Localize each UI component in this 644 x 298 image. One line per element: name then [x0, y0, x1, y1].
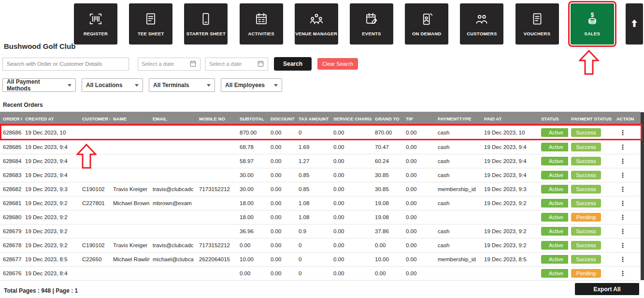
table-row: 628686 19 Dec 2023, 10 870.00 0.00 0 0.0… — [0, 126, 641, 140]
payment-methods-select[interactable]: All Payment Methods — [2, 78, 76, 92]
cell-status: Active — [538, 238, 568, 252]
scroll-top-button[interactable] — [626, 3, 643, 45]
customers-icon — [474, 12, 489, 28]
cell-email — [150, 154, 196, 168]
date-from-input[interactable]: Select a date — [138, 58, 200, 71]
cell-payment-status: Success — [568, 224, 614, 238]
calendar-icon — [257, 60, 264, 68]
nav-register-button[interactable]: REGISTER — [74, 3, 117, 45]
cell-grand-total: 30.85 — [372, 168, 403, 182]
order-search-input[interactable] — [2, 58, 129, 71]
date-to-input[interactable]: Select a date — [205, 58, 268, 71]
cell-subtotal: 30.00 — [237, 168, 268, 182]
cell-tax-amount: 1.27 — [296, 154, 330, 168]
cell-order-id: 628679 — [0, 224, 22, 238]
row-actions-button[interactable]: ⋮ — [616, 241, 629, 249]
cell-tip: 0.00 — [403, 126, 435, 140]
nav-tee-sheet-button[interactable]: TEE SHEET — [129, 3, 172, 45]
terminals-select[interactable]: All Terminals — [149, 78, 215, 92]
cell-service-charge: 0.00 — [330, 238, 372, 252]
cell-tax-amount: 0 — [296, 266, 330, 280]
cell-payment-status: Success — [568, 238, 614, 252]
cell-subtotal: 18.00 — [237, 210, 268, 224]
cell-name: Travis Kreiger — [110, 182, 150, 196]
payment-methods-value: All Payment Methods — [7, 78, 64, 92]
row-actions-button[interactable]: ⋮ — [616, 213, 629, 221]
cell-service-charge: 0.00 — [330, 196, 372, 210]
nav-sales-button[interactable]: $ SALES — [571, 3, 614, 45]
search-button[interactable]: Search — [274, 57, 312, 71]
row-actions-button[interactable]: ⋮ — [616, 199, 629, 207]
cell-tax-amount: 0.85 — [296, 182, 330, 196]
payment-status-badge: Pending — [571, 269, 601, 278]
cell-tax-amount: 0 — [296, 126, 330, 140]
export-all-button[interactable]: Export All — [575, 283, 639, 295]
annotation-arrow-sales — [579, 50, 599, 75]
nav-vouchers-button[interactable]: VOUCHERS — [515, 3, 559, 45]
row-actions-button[interactable]: ⋮ — [616, 143, 629, 151]
nav-customers-button[interactable]: CUSTOMERS — [460, 3, 503, 45]
cell-payment-type: membership_id — [435, 182, 481, 196]
status-badge: Active — [541, 185, 568, 194]
cell-discount: 0.00 — [268, 182, 296, 196]
cell-subtotal: 0.00 — [237, 266, 268, 280]
cell-subtotal: 0.00 — [237, 238, 268, 252]
cell-payment-status: Success — [568, 182, 614, 196]
nav-venue-manager-button[interactable]: VENUE MANAGER — [295, 3, 338, 45]
nav-events-button[interactable]: EVENTS — [350, 3, 393, 45]
nav-starter-sheet-button[interactable]: STARTER SHEET — [184, 3, 228, 45]
table-row: 628676 19 Dec 2023, 8:4 0.00 0.00 0 0.00… — [0, 266, 641, 280]
table-vertical-scrollbar[interactable] — [641, 112, 644, 280]
status-badge: Active — [541, 128, 568, 137]
row-actions-button[interactable]: ⋮ — [616, 227, 629, 235]
nav-activities-button[interactable]: ACTIVITIES — [240, 3, 283, 45]
cell-name — [110, 126, 150, 140]
cell-service-charge: 0.00 — [330, 210, 372, 224]
employees-select[interactable]: All Employees — [221, 78, 282, 92]
nav-label: VENUE MANAGER — [295, 31, 337, 36]
col-header-discount: DISCOUNT — [268, 112, 296, 126]
nav-label: VOUCHERS — [524, 31, 550, 36]
cell-payment-status: Success — [568, 140, 614, 154]
cell-tip: 0.00 — [403, 210, 435, 224]
filter-bar: All Payment Methods All Locations All Te… — [2, 78, 282, 92]
cell-payment-type: cash — [435, 126, 481, 140]
cell-subtotal: 58.97 — [237, 154, 268, 168]
cell-paid-at — [481, 210, 538, 224]
row-actions-button[interactable]: ⋮ — [616, 185, 629, 193]
cell-name: Michael Brown — [110, 196, 150, 210]
nav-on-demand-button[interactable]: ON DEMAND — [405, 3, 448, 45]
row-actions-button[interactable]: ⋮ — [616, 157, 629, 165]
cell-action: ⋮ — [614, 168, 641, 182]
cell-customer-id — [79, 126, 110, 140]
cell-grand-total: 70.47 — [372, 140, 403, 154]
locations-select[interactable]: All Locations — [82, 78, 143, 92]
cell-action: ⋮ — [614, 210, 641, 224]
cell-mobile-no — [196, 168, 237, 182]
cell-grand-total: 37.86 — [372, 224, 403, 238]
cell-created-at: 19 Dec 2023, 10 — [22, 126, 79, 140]
cell-mobile-no — [196, 224, 237, 238]
cell-discount: 0.00 — [268, 266, 296, 280]
status-badge: Active — [541, 171, 568, 179]
cell-email: travis@clubcadc — [150, 182, 196, 196]
cell-subtotal: 30.00 — [237, 182, 268, 196]
row-actions-button[interactable]: ⋮ — [616, 171, 629, 179]
row-actions-button[interactable]: ⋮ — [616, 269, 629, 277]
row-actions-button[interactable]: ⋮ — [616, 255, 629, 263]
employees-value: All Employees — [225, 82, 265, 89]
status-badge: Active — [541, 213, 568, 222]
cell-service-charge: 0.00 — [330, 224, 372, 238]
cell-status: Active — [538, 168, 568, 182]
cell-tax-amount: 1.08 — [296, 196, 330, 210]
cell-tax-amount: 1.69 — [296, 140, 330, 154]
row-actions-button[interactable]: ⋮ — [616, 129, 629, 136]
cell-grand-total: 60.24 — [372, 154, 403, 168]
col-header-action: ACTION — [614, 112, 641, 126]
table-header-row: ORDER ID CREATED AT CUSTOMER ID NAME EMA… — [0, 112, 641, 126]
cell-grand-total: 19.08 — [372, 210, 403, 224]
cell-service-charge: 0.00 — [330, 266, 372, 280]
cell-order-id: 628676 — [0, 266, 22, 280]
cell-email — [150, 266, 196, 280]
clear-search-button[interactable]: Clear Search — [317, 58, 358, 70]
